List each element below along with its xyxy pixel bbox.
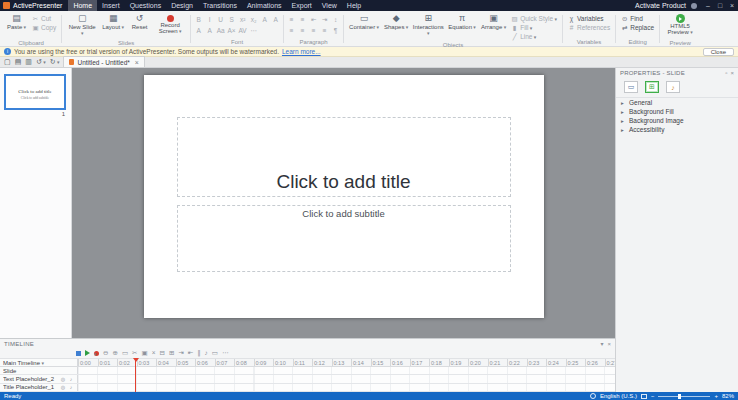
maximize-button[interactable]: □ bbox=[714, 0, 726, 11]
visibility-eye-icon[interactable]: ◎ bbox=[60, 384, 66, 390]
play-button[interactable] bbox=[85, 350, 90, 356]
ribbon-tab[interactable]: Animations bbox=[242, 0, 287, 11]
subscript-button[interactable]: x₂ bbox=[249, 15, 258, 24]
document-tab[interactable]: Untitled - Untitled* × bbox=[63, 56, 144, 67]
timeline-track[interactable] bbox=[78, 367, 615, 374]
zoom-slider-handle[interactable] bbox=[678, 394, 681, 399]
split-icon[interactable]: ⊟ bbox=[159, 348, 164, 358]
replace-button[interactable]: ⇄ Replace bbox=[619, 23, 656, 32]
visibility-eye-icon[interactable]: ◎ bbox=[60, 376, 66, 382]
stop-button[interactable] bbox=[76, 351, 81, 356]
timeline-track[interactable] bbox=[78, 384, 615, 391]
ribbon-tab[interactable]: View bbox=[317, 0, 342, 11]
bold-button[interactable]: B bbox=[194, 15, 203, 24]
learn-more-link[interactable]: Learn more... bbox=[282, 48, 321, 55]
copy-timeline-icon[interactable]: ▣ bbox=[142, 348, 148, 358]
text-color-button[interactable]: A bbox=[194, 26, 203, 35]
timeline-view-selector[interactable]: Main Timeline bbox=[0, 359, 78, 366]
cut-button[interactable]: ✂ Cut bbox=[30, 14, 58, 23]
undo-icon[interactable]: ↺ bbox=[36, 58, 46, 66]
title-placeholder[interactable]: Click to add title bbox=[177, 117, 511, 197]
highlight-color-button[interactable]: A bbox=[205, 26, 214, 35]
remove-time-icon[interactable]: ⇤ bbox=[188, 348, 193, 358]
close-window-button[interactable]: × bbox=[726, 0, 738, 11]
caption-icon[interactable]: ▭ bbox=[212, 348, 218, 358]
document-tab-close-icon[interactable]: × bbox=[135, 59, 139, 66]
line-spacing-button[interactable]: ↕ bbox=[331, 15, 340, 24]
grow-font-button[interactable]: A bbox=[260, 15, 269, 24]
text-direction-button[interactable]: ¶ bbox=[331, 26, 340, 35]
bullet-list-button[interactable]: ≡ bbox=[287, 15, 296, 24]
ribbon-tab[interactable]: Transitions bbox=[198, 0, 242, 11]
slide[interactable]: Click to add title Click to add subtitle bbox=[144, 75, 544, 318]
join-icon[interactable]: ⊞ bbox=[169, 348, 174, 358]
language-label[interactable]: English (U.S.) bbox=[600, 392, 637, 400]
zoom-slider[interactable] bbox=[658, 396, 710, 397]
timeline-row[interactable]: Text Placeholder_2 ◎ ♪ bbox=[0, 375, 615, 383]
paste-button[interactable]: ▤ Paste bbox=[4, 12, 29, 39]
reset-button[interactable]: ↺ Reset bbox=[127, 12, 152, 39]
strikethrough-button[interactable]: S bbox=[227, 15, 236, 24]
snap-icon[interactable]: ∥ bbox=[197, 348, 200, 358]
timeline-ruler[interactable]: Main Timeline 0:000:010:020:030:040:050:… bbox=[0, 358, 615, 367]
slide-thumbnail[interactable]: Click to add title Click to add subtitle bbox=[4, 74, 66, 110]
align-right-button[interactable]: ≡ bbox=[309, 26, 318, 35]
audio-tools-icon[interactable]: ♪ bbox=[205, 348, 208, 358]
record-screen-button[interactable]: Record Screen bbox=[153, 12, 187, 39]
references-button[interactable]: # References bbox=[566, 23, 612, 32]
zoom-out-icon[interactable]: ⊖ bbox=[103, 348, 108, 358]
timeline-menu-icon[interactable]: ▾ bbox=[600, 340, 603, 347]
layout-button[interactable]: ▦ Layout bbox=[100, 12, 126, 39]
arrange-button[interactable]: ▣ Arrange bbox=[479, 12, 508, 39]
align-left-button[interactable]: ≡ bbox=[287, 26, 296, 35]
shrink-font-button[interactable]: A bbox=[271, 15, 280, 24]
zoom-fit-icon[interactable]: ▭ bbox=[122, 348, 128, 358]
insert-time-icon[interactable]: ⇥ bbox=[178, 348, 183, 358]
more-options-icon[interactable]: ⋯ bbox=[222, 348, 229, 358]
audio-note-icon[interactable]: ♪ bbox=[68, 376, 74, 382]
size-properties-tab-icon[interactable]: ⊞ bbox=[645, 81, 659, 93]
zoom-out-button[interactable]: − bbox=[651, 392, 655, 400]
style-tab-icon[interactable]: ▭ bbox=[624, 81, 638, 93]
properties-section[interactable]: ▸ Background Fill bbox=[616, 107, 738, 116]
redo-icon[interactable]: ↻ bbox=[50, 58, 60, 66]
cut-timeline-icon[interactable]: ✂ bbox=[132, 348, 137, 358]
line-button[interactable]: ╱ Line bbox=[509, 32, 559, 41]
ribbon-tab[interactable]: Insert bbox=[97, 0, 125, 11]
properties-section[interactable]: ▸ Accessibility bbox=[616, 125, 738, 134]
underline-button[interactable]: U bbox=[216, 15, 225, 24]
activate-product-button[interactable]: Activate Product bbox=[635, 2, 686, 9]
align-center-button[interactable]: ≡ bbox=[298, 26, 307, 35]
new-slide-button[interactable]: ▢ New Slide bbox=[65, 12, 99, 39]
interactions-button[interactable]: ⊞ Interactions bbox=[411, 12, 445, 39]
container-button[interactable]: ▭ Container bbox=[347, 12, 381, 39]
fit-to-window-icon[interactable] bbox=[641, 394, 647, 399]
numbered-list-button[interactable]: ≡ bbox=[298, 15, 307, 24]
user-account-icon[interactable] bbox=[691, 3, 697, 9]
justify-button[interactable]: ≡ bbox=[320, 26, 329, 35]
record-narration-button[interactable] bbox=[94, 351, 99, 356]
shapes-button[interactable]: ◆ Shapes bbox=[382, 12, 410, 39]
ribbon-tab[interactable]: Home bbox=[68, 0, 97, 11]
open-document-icon[interactable]: ▤ bbox=[15, 58, 22, 66]
superscript-button[interactable]: x² bbox=[238, 15, 247, 24]
pin-icon[interactable]: ▫ bbox=[725, 70, 727, 76]
timeline-track[interactable] bbox=[78, 375, 615, 382]
subtitle-placeholder[interactable]: Click to add subtitle bbox=[177, 205, 511, 272]
language-globe-icon[interactable] bbox=[590, 393, 596, 399]
zoom-in-button[interactable]: + bbox=[714, 392, 718, 400]
copy-button[interactable]: ▣ Copy bbox=[30, 23, 58, 32]
properties-section[interactable]: ▸ Background Image bbox=[616, 116, 738, 125]
zoom-in-icon[interactable]: ⊕ bbox=[112, 348, 117, 358]
properties-close-icon[interactable]: × bbox=[730, 70, 734, 76]
font-options-button[interactable]: ⋯ bbox=[249, 26, 258, 35]
ribbon-tab[interactable]: Design bbox=[166, 0, 198, 11]
decrease-indent-button[interactable]: ⇤ bbox=[309, 15, 318, 24]
playhead[interactable] bbox=[135, 358, 136, 392]
notification-close-button[interactable]: Close bbox=[703, 48, 734, 56]
italic-button[interactable]: I bbox=[205, 15, 214, 24]
save-icon[interactable]: ▥ bbox=[25, 58, 32, 66]
audio-tab-icon[interactable]: ♪ bbox=[666, 81, 680, 93]
change-case-button[interactable]: Aa bbox=[216, 26, 225, 35]
timeline-close-icon[interactable]: × bbox=[607, 341, 611, 347]
